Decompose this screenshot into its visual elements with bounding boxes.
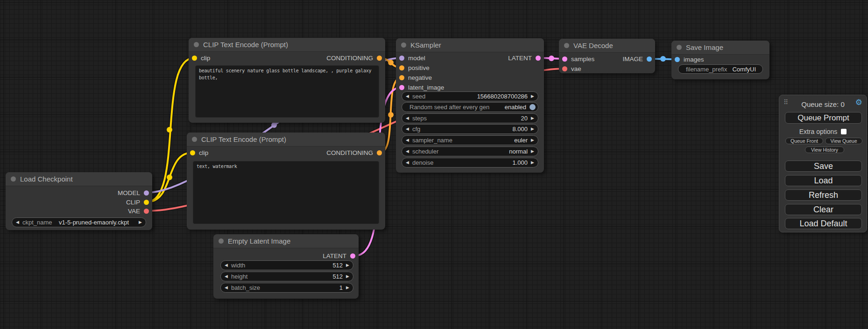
vae-output-port[interactable]: VAE <box>128 206 149 216</box>
clip-input-dot[interactable] <box>190 150 195 155</box>
random-seed-widget[interactable]: Random seed after every gen enabled <box>402 102 538 112</box>
model-input-port[interactable]: model <box>399 53 425 63</box>
node-title-bar[interactable]: Empty Latent Image <box>213 234 359 248</box>
node-title-bar[interactable]: Load Checkpoint <box>6 172 152 186</box>
filename-prefix-widget[interactable]: filename_prefix ComfyUI <box>678 64 763 74</box>
negative-input-port[interactable]: negative <box>399 73 432 82</box>
samples-input-dot[interactable] <box>562 56 567 62</box>
node-collapse-dot-icon[interactable] <box>564 43 569 48</box>
positive-input-dot[interactable] <box>399 65 404 70</box>
conditioning-output-dot[interactable] <box>377 150 382 155</box>
load-checkpoint-node[interactable]: Load Checkpoint MODEL CLIP VAE ◀ ckpt_na… <box>6 172 152 230</box>
refresh-button[interactable]: Refresh <box>785 189 862 201</box>
increment-icon[interactable]: ▶ <box>531 138 534 142</box>
sampler-name-widget[interactable]: ◀ sampler_name euler ▶ <box>402 135 538 145</box>
cfg-widget[interactable]: ◀ cfg 8.000 ▶ <box>402 124 538 134</box>
increment-icon[interactable]: ▶ <box>531 94 534 98</box>
latent-output-dot[interactable] <box>350 253 355 259</box>
clip-input-dot[interactable] <box>192 56 197 61</box>
increment-icon[interactable]: ▶ <box>531 161 534 165</box>
increment-icon[interactable]: ▶ <box>346 263 349 267</box>
settings-gear-icon[interactable]: ⚙ <box>855 98 862 106</box>
load-default-button[interactable]: Load Default <box>785 218 862 229</box>
increment-icon[interactable]: ▶ <box>346 274 349 279</box>
clip-output-dot[interactable] <box>144 200 149 205</box>
clip-text-encode-negative-node[interactable]: CLIP Text Encode (Prompt) clip CONDITION… <box>187 133 385 230</box>
latent-output-port[interactable]: LATENT <box>508 53 541 63</box>
steps-widget[interactable]: ◀ steps 20 ▶ <box>402 113 538 123</box>
samples-input-port[interactable]: samples <box>562 54 594 63</box>
decrement-icon[interactable]: ◀ <box>225 263 228 267</box>
decrement-icon[interactable]: ◀ <box>406 94 409 98</box>
decrement-icon[interactable]: ◀ <box>406 127 409 131</box>
increment-icon[interactable]: ▶ <box>531 149 534 154</box>
model-output-port[interactable]: MODEL <box>118 188 149 197</box>
latent-image-input-dot[interactable] <box>399 85 404 90</box>
images-input-dot[interactable] <box>675 57 680 62</box>
conditioning-output-port[interactable]: CONDITIONING <box>326 148 382 157</box>
decrement-icon[interactable]: ◀ <box>225 286 228 290</box>
vae-decode-node[interactable]: VAE Decode samples vae IMAGE <box>559 39 655 73</box>
positive-input-port[interactable]: positive <box>399 63 430 72</box>
node-title-bar[interactable]: KSampler <box>396 38 544 52</box>
decrement-icon[interactable]: ◀ <box>406 161 409 165</box>
positive-prompt-textarea[interactable]: beautiful scenery nature glass bottle la… <box>195 65 379 118</box>
model-input-dot[interactable] <box>399 56 404 61</box>
vae-input-port[interactable]: vae <box>562 64 581 73</box>
height-widget[interactable]: ◀ height 512 ▶ <box>220 272 353 281</box>
load-button[interactable]: Load <box>785 175 862 186</box>
node-collapse-dot-icon[interactable] <box>192 137 197 142</box>
node-title-bar[interactable]: Save Image <box>671 41 769 55</box>
view-queue-button[interactable]: View Queue <box>825 138 862 144</box>
clip-text-encode-positive-node[interactable]: CLIP Text Encode (Prompt) clip CONDITION… <box>189 38 385 123</box>
extra-options-checkbox[interactable] <box>841 129 847 134</box>
decrement-icon[interactable]: ◀ <box>225 274 228 279</box>
latent-output-dot[interactable] <box>536 56 541 61</box>
increment-icon[interactable]: ▶ <box>346 286 349 290</box>
decrement-icon[interactable]: ◀ <box>406 149 409 154</box>
image-output-port[interactable]: IMAGE <box>622 54 652 63</box>
width-widget[interactable]: ◀ width 512 ▶ <box>220 260 353 270</box>
decrement-icon[interactable]: ◀ <box>406 116 409 120</box>
queue-prompt-button[interactable]: Queue Prompt <box>785 112 862 124</box>
node-title-bar[interactable]: CLIP Text Encode (Prompt) <box>187 133 385 147</box>
increment-icon[interactable]: ▶ <box>139 220 142 224</box>
node-collapse-dot-icon[interactable] <box>677 45 682 50</box>
node-graph-canvas[interactable]: Load Checkpoint MODEL CLIP VAE ◀ ckpt_na… <box>0 0 868 329</box>
conditioning-output-port[interactable]: CONDITIONING <box>326 53 382 63</box>
clip-output-port[interactable]: CLIP <box>126 197 149 207</box>
ksampler-node[interactable]: KSampler model positive negative latent_… <box>396 38 544 173</box>
queue-front-button[interactable]: Queue Front <box>785 138 823 144</box>
node-title-bar[interactable]: CLIP Text Encode (Prompt) <box>189 38 385 52</box>
node-collapse-dot-icon[interactable] <box>11 176 16 182</box>
clip-input-port[interactable]: clip <box>192 53 210 63</box>
enabled-toggle-icon[interactable] <box>529 104 536 110</box>
clear-button[interactable]: Clear <box>785 204 862 215</box>
images-input-port[interactable]: images <box>675 55 704 64</box>
node-collapse-dot-icon[interactable] <box>194 42 199 47</box>
image-output-dot[interactable] <box>647 56 652 62</box>
decrement-icon[interactable]: ◀ <box>16 220 19 224</box>
decrement-icon[interactable]: ◀ <box>406 138 409 142</box>
node-title-bar[interactable]: VAE Decode <box>559 39 655 53</box>
latent-image-input-port[interactable]: latent_image <box>399 83 444 92</box>
vae-output-dot[interactable] <box>144 209 149 214</box>
conditioning-output-dot[interactable] <box>377 56 382 61</box>
negative-prompt-textarea[interactable]: text, watermark <box>193 161 379 224</box>
view-history-button[interactable]: View History <box>805 147 844 153</box>
empty-latent-image-node[interactable]: Empty Latent Image LATENT ◀ width 512 ▶ … <box>213 234 359 299</box>
clip-input-port[interactable]: clip <box>190 148 208 157</box>
node-collapse-dot-icon[interactable] <box>401 42 406 48</box>
model-output-dot[interactable] <box>144 190 149 196</box>
negative-input-dot[interactable] <box>399 75 404 80</box>
increment-icon[interactable]: ▶ <box>531 116 534 120</box>
save-button[interactable]: Save <box>785 161 862 172</box>
save-image-node[interactable]: Save Image images filename_prefix ComfyU… <box>671 41 769 79</box>
batch-size-widget[interactable]: ◀ batch_size 1 ▶ <box>220 283 353 293</box>
denoise-widget[interactable]: ◀ denoise 1.000 ▶ <box>402 158 538 168</box>
latent-output-port[interactable]: LATENT <box>323 251 355 260</box>
node-collapse-dot-icon[interactable] <box>219 238 224 244</box>
vae-input-dot[interactable] <box>562 66 567 71</box>
ckpt-name-widget[interactable]: ◀ ckpt_name v1-5-pruned-emaonly.ckpt ▶ <box>12 217 146 227</box>
seed-widget[interactable]: ◀ seed 156680208700286 ▶ <box>402 91 538 101</box>
